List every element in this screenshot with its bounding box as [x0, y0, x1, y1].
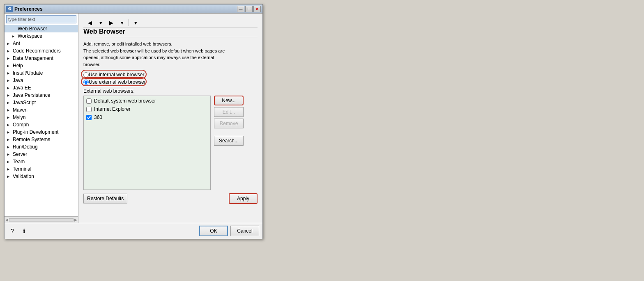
filter-input[interactable]	[6, 15, 76, 23]
sidebar-item-web-browser[interactable]: Web Browser	[5, 25, 78, 32]
chevron-icon: ▶	[7, 116, 11, 119]
sidebar-item-maven[interactable]: ▶ Maven	[5, 106, 78, 114]
browser-checkbox-default[interactable]	[86, 98, 92, 104]
chevron-icon: ▶	[7, 86, 11, 90]
back-dropdown-button[interactable]: ▾	[96, 18, 106, 27]
sidebar-item-team[interactable]: ▶ Team	[5, 158, 78, 165]
edit-button[interactable]: Edit...	[214, 107, 244, 117]
info-button[interactable]: ℹ	[19, 226, 28, 235]
sidebar-scroll[interactable]: Web Browser ▶ Workspace ▶ Ant ▶	[5, 25, 78, 216]
browser-list[interactable]: Default system web browser Internet Expl…	[83, 96, 211, 190]
list-item[interactable]: Internet Explorer	[85, 105, 209, 113]
sidebar-item-label: Web Browser	[18, 26, 47, 32]
new-button[interactable]: New...	[214, 96, 244, 105]
sidebar-item-java-ee[interactable]: ▶ Java EE	[5, 84, 78, 91]
sidebar-item-java[interactable]: ▶ Java	[5, 77, 78, 84]
radio-internal-row: Use internal web browser	[83, 72, 258, 78]
sidebar-item-mylyn[interactable]: ▶ Mylyn	[5, 114, 78, 121]
browser-checkbox-ie[interactable]	[86, 107, 92, 112]
minimize-button[interactable]: —	[237, 6, 244, 12]
chevron-icon: ▶	[7, 79, 11, 82]
action-row: Restore Defaults Apply	[83, 193, 258, 204]
sidebar-item-label: Mylyn	[13, 114, 25, 120]
page-title: Web Browser	[83, 28, 258, 37]
sidebar-item-label: Validation	[13, 174, 34, 179]
sidebar-item-label: Workspace	[18, 33, 42, 39]
external-browsers-label: External web browsers:	[83, 88, 258, 94]
radio-internal-label[interactable]: Use internal web browser	[89, 72, 144, 78]
forward-dropdown-button[interactable]: ▾	[117, 18, 127, 27]
title-bar: ⚙ Preferences — □ ✕	[5, 5, 262, 14]
chevron-icon: ▶	[7, 57, 11, 60]
ok-button[interactable]: OK	[199, 226, 228, 236]
chevron-icon: ▶	[7, 49, 11, 53]
title-bar-text: ⚙ Preferences	[6, 6, 43, 12]
browser-checkbox-360[interactable]	[86, 115, 92, 120]
nav-toolbar: ◀ ▾ ▶ ▾ ▾	[83, 18, 258, 28]
browser-label-ie: Internet Explorer	[94, 106, 131, 112]
chevron-icon: ▶	[7, 108, 11, 112]
sidebar-item-workspace[interactable]: ▶ Workspace	[5, 32, 78, 40]
apply-button[interactable]: Apply	[229, 193, 258, 204]
chevron-icon: ▶	[7, 145, 11, 149]
radio-internal[interactable]	[83, 72, 89, 78]
sidebar-item-server[interactable]: ▶ Server	[5, 151, 78, 158]
sidebar-item-code-recommenders[interactable]: ▶ Code Recommenders	[5, 47, 78, 55]
forward-button[interactable]: ▶	[106, 18, 116, 27]
list-item[interactable]: Default system web browser	[85, 97, 209, 105]
list-item[interactable]: 360	[85, 113, 209, 121]
sidebar-item-label: Code Recommenders	[13, 48, 61, 54]
sidebar-item-terminal[interactable]: ▶ Terminal	[5, 165, 78, 173]
chevron-icon: ▶	[7, 175, 11, 178]
sidebar-item-remote-systems[interactable]: ▶ Remote Systems	[5, 136, 78, 143]
radio-external-row: Use external web browser	[83, 79, 258, 85]
help-button[interactable]: ?	[8, 226, 17, 235]
back-button[interactable]: ◀	[85, 18, 95, 27]
sidebar-item-label: Install/Update	[13, 70, 43, 76]
chevron-icon: ▶	[7, 71, 11, 75]
sidebar-item-label: Java	[13, 78, 23, 83]
menu-button[interactable]: ▾	[131, 18, 140, 27]
nav-separator	[129, 19, 129, 26]
footer-right: OK Cancel	[199, 226, 259, 236]
sidebar-item-label: Ant	[13, 41, 20, 46]
browsers-area: Default system web browser Internet Expl…	[83, 96, 258, 190]
search-button[interactable]: Search...	[214, 136, 244, 146]
sidebar-item-java-persistence[interactable]: ▶ Java Persistence	[5, 91, 78, 99]
browser-label-default: Default system web browser	[94, 98, 156, 104]
content-panel: ◀ ▾ ▶ ▾ ▾ Web Browser Add, remove, or ed…	[78, 14, 262, 223]
sidebar-item-ant[interactable]: ▶ Ant	[5, 40, 78, 47]
sidebar-item-label: Remote Systems	[13, 137, 50, 142]
sidebar-item-data-management[interactable]: ▶ Data Management	[5, 55, 78, 62]
sidebar-item-plugin-development[interactable]: ▶ Plug-in Development	[5, 128, 78, 136]
sidebar-item-install-update[interactable]: ▶ Install/Update	[5, 69, 78, 77]
sidebar-item-label: Server	[13, 151, 27, 157]
sidebar-item-label: Oomph	[13, 122, 29, 128]
sidebar-item-label: Plug-in Development	[13, 129, 58, 135]
browser-buttons: New... Edit... Remove Search...	[214, 96, 244, 190]
window-icon: ⚙	[6, 6, 13, 12]
sidebar-item-validation[interactable]: ▶ Validation	[5, 173, 78, 180]
cancel-button[interactable]: Cancel	[230, 226, 259, 236]
sidebar-item-help[interactable]: ▶ Help	[5, 62, 78, 69]
footer: ? ℹ OK Cancel	[5, 223, 262, 239]
preferences-window: ⚙ Preferences — □ ✕ Web Browser	[4, 4, 263, 239]
sidebar-item-label: Data Management	[13, 55, 53, 61]
remove-button[interactable]: Remove	[214, 119, 244, 128]
sidebar-item-javascript[interactable]: ▶ JavaScript	[5, 99, 78, 106]
chevron-icon: ▶	[7, 101, 11, 105]
sidebar-item-label: JavaScript	[13, 100, 36, 105]
restore-defaults-button[interactable]: Restore Defaults	[83, 194, 127, 203]
footer-left: ? ℹ	[8, 226, 28, 235]
sidebar-item-label: Run/Debug	[13, 144, 38, 150]
radio-external-label[interactable]: Use external web browser	[89, 79, 146, 85]
sidebar-item-oomph[interactable]: ▶ Oomph	[5, 121, 78, 128]
sidebar-horizontal-scrollbar[interactable]: ◀ ▶	[5, 216, 78, 223]
sidebar-item-label: Maven	[13, 107, 28, 113]
maximize-button[interactable]: □	[245, 6, 253, 12]
sidebar-item-run-debug[interactable]: ▶ Run/Debug	[5, 143, 78, 151]
close-button[interactable]: ✕	[253, 6, 261, 12]
radio-external[interactable]	[83, 80, 89, 85]
chevron-icon: ▶	[7, 130, 11, 134]
sidebar-item-label: Java EE	[13, 85, 31, 91]
